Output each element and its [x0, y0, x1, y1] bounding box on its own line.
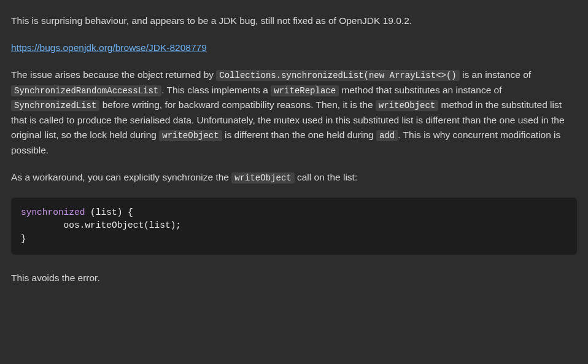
code-text: }	[21, 234, 26, 244]
text: . This class implements a	[161, 85, 271, 95]
closing-paragraph: This avoids the error.	[11, 271, 577, 285]
text: As a workaround, you can explicitly sync…	[11, 172, 231, 182]
code-block: synchronized (list) { oos.writeObject(li…	[11, 198, 577, 255]
explanation-paragraph: The issue arises because the object retu…	[11, 68, 577, 158]
text: The issue arises because the object retu…	[11, 69, 216, 80]
jdk-bug-link[interactable]: https://bugs.openjdk.org/browse/JDK-8208…	[11, 42, 207, 53]
code-text: oos.writeObject(list);	[21, 220, 181, 230]
text: is an instance of	[460, 69, 531, 80]
keyword: synchronized	[21, 207, 85, 217]
text: before writing, for backward compatibili…	[99, 99, 375, 110]
text: method that substitutes an instance of	[339, 85, 501, 95]
code-inline: writeReplace	[271, 85, 339, 96]
code-inline: SynchronizedList	[11, 100, 99, 111]
bug-link-paragraph: https://bugs.openjdk.org/browse/JDK-8208…	[11, 41, 577, 55]
code-inline: SynchronizedRandomAccessList	[11, 85, 161, 96]
code-inline: writeObject	[376, 100, 438, 111]
text: call on the list:	[295, 172, 358, 182]
code-text: (list) {	[85, 207, 133, 217]
text: is different than the one held during	[222, 130, 376, 140]
code-inline: Collections.synchronizedList(new ArrayLi…	[216, 70, 459, 81]
code-inline: writeObject	[159, 130, 222, 141]
intro-paragraph: This is surprising behaviour, and appear…	[11, 14, 577, 28]
code-inline: add	[376, 130, 398, 141]
code-inline: writeObject	[231, 172, 294, 184]
workaround-paragraph: As a workaround, you can explicitly sync…	[11, 170, 577, 185]
